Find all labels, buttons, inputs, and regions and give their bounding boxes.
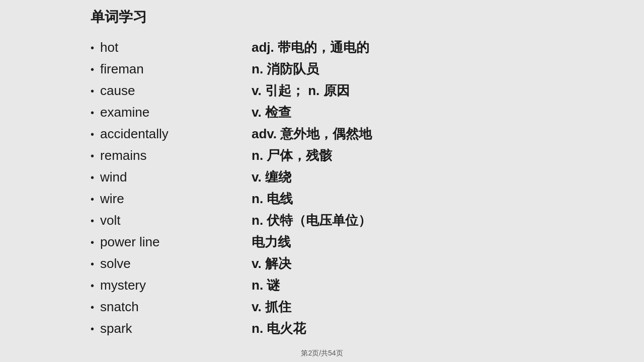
- bullet-icon: •: [91, 170, 94, 185]
- word-text: power line: [100, 232, 160, 252]
- bullet-icon: •: [91, 40, 94, 55]
- bullet-icon: •: [91, 105, 94, 120]
- word-text: snatch: [100, 297, 139, 317]
- definition-text: n. 电火花: [252, 318, 372, 339]
- page-title: 单词学习: [91, 8, 624, 27]
- word-item: •fireman: [91, 58, 242, 80]
- bullet-icon: •: [91, 278, 94, 293]
- vocab-list: •hot•fireman•cause•examine•accidentally•…: [91, 37, 624, 339]
- definition-text: v. 抓住: [252, 296, 372, 318]
- word-item: •remains: [91, 145, 242, 166]
- definition-text: adv. 意外地，偶然地: [252, 123, 372, 145]
- definition-text: n. 谜: [252, 275, 372, 296]
- word-item: •wire: [91, 188, 242, 210]
- word-item: •spark: [91, 318, 242, 339]
- word-text: remains: [100, 146, 146, 165]
- word-item: •volt: [91, 210, 242, 231]
- word-item: •mystery: [91, 275, 242, 296]
- word-item: •accidentally: [91, 123, 242, 145]
- word-text: accidentally: [100, 124, 169, 144]
- definition-text: adj. 带电的，通电的: [252, 37, 372, 58]
- word-text: hot: [100, 38, 118, 57]
- word-text: fireman: [100, 59, 144, 79]
- word-item: •solve: [91, 253, 242, 275]
- bullet-icon: •: [91, 300, 94, 315]
- definition-text: n. 电线: [252, 188, 372, 210]
- definition-text: n. 尸体，残骸: [252, 145, 372, 166]
- bullet-icon: •: [91, 192, 94, 207]
- definition-text: 电力线: [252, 231, 372, 253]
- definition-text: v. 解决: [252, 253, 372, 275]
- word-item: •examine: [91, 102, 242, 123]
- word-text: mystery: [100, 276, 146, 295]
- word-text: wire: [100, 189, 124, 209]
- definition-text: n. 伏特（电压单位）: [252, 210, 372, 231]
- word-text: spark: [100, 319, 132, 338]
- page-container: 单词学习 •hot•fireman•cause•examine•accident…: [0, 0, 644, 362]
- bullet-icon: •: [91, 83, 94, 99]
- word-item: •cause: [91, 80, 242, 102]
- definition-text: v. 缠绕: [252, 166, 372, 188]
- bullet-icon: •: [91, 213, 94, 228]
- word-text: cause: [100, 81, 135, 101]
- word-column: •hot•fireman•cause•examine•accidentally•…: [91, 37, 242, 339]
- definition-text: v. 检查: [252, 102, 372, 123]
- word-text: volt: [100, 211, 120, 230]
- bullet-icon: •: [91, 321, 94, 336]
- word-item: •snatch: [91, 296, 242, 318]
- word-item: •power line: [91, 231, 242, 253]
- bullet-icon: •: [91, 235, 94, 250]
- bullet-icon: •: [91, 256, 94, 272]
- page-footer: 第2页/共54页: [301, 349, 343, 358]
- word-text: solve: [100, 254, 131, 274]
- word-item: •hot: [91, 37, 242, 58]
- bullet-icon: •: [91, 127, 94, 142]
- word-text: wind: [100, 167, 127, 187]
- word-item: •wind: [91, 166, 242, 188]
- bullet-icon: •: [91, 62, 94, 77]
- bullet-icon: •: [91, 148, 94, 163]
- word-text: examine: [100, 103, 149, 122]
- definition-text: n. 消防队员: [252, 58, 372, 80]
- definition-text: v. 引起； n. 原因: [252, 80, 372, 102]
- definition-column: adj. 带电的，通电的n. 消防队员v. 引起； n. 原因v. 检查adv.…: [242, 37, 372, 339]
